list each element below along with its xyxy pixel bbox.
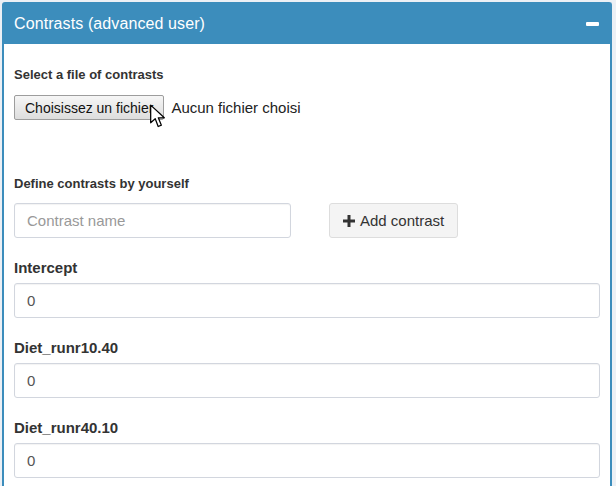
file-status-text: Aucun fichier choisi <box>171 99 300 116</box>
intercept-label: Intercept <box>14 259 600 277</box>
panel-title: Contrasts (advanced user) <box>14 15 205 33</box>
define-contrast-row: Add contrast <box>14 203 600 238</box>
panel-header: Contrasts (advanced user) <box>4 4 610 44</box>
minus-icon <box>586 22 599 26</box>
intercept-input[interactable] <box>14 283 600 318</box>
diet-runr40-10-input[interactable] <box>14 443 600 478</box>
diet-runr10-40-input[interactable] <box>14 363 600 398</box>
file-input-row: Choisissez un fichier Aucun fichier choi… <box>14 95 600 120</box>
plus-icon <box>343 215 355 227</box>
collapse-button[interactable] <box>582 14 602 34</box>
panel-body: Select a file of contrasts Choisissez un… <box>4 44 610 486</box>
add-contrast-label: Add contrast <box>360 212 444 229</box>
define-section-label: Define contrasts by yourself <box>14 176 600 192</box>
contrast-name-input[interactable] <box>14 203 291 238</box>
file-section-label: Select a file of contrasts <box>14 67 600 83</box>
diet-runr10-40-label: Diet_runr10.40 <box>14 339 600 357</box>
diet-runr40-10-label: Diet_runr40.10 <box>14 419 600 437</box>
add-contrast-button[interactable]: Add contrast <box>329 203 458 238</box>
choose-file-button[interactable]: Choisissez un fichier <box>14 95 164 120</box>
contrasts-panel: Contrasts (advanced user) Select a file … <box>2 2 612 486</box>
